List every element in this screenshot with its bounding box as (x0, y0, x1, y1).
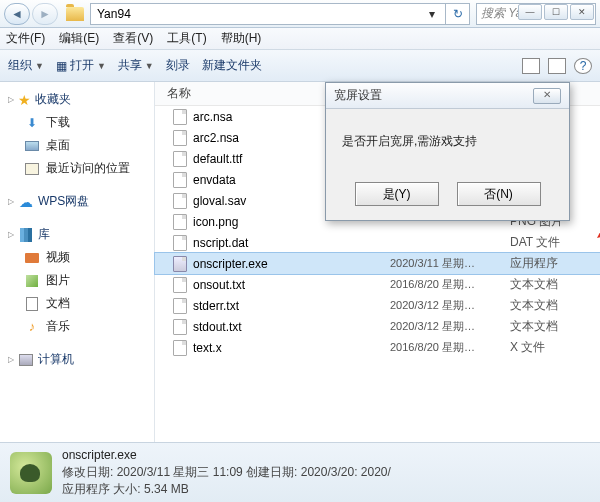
file-icon (173, 298, 187, 314)
view-mode-button[interactable] (522, 58, 540, 74)
newfolder-button[interactable]: 新建文件夹 (202, 57, 262, 74)
sidebar-computer[interactable]: ▷计算机 (0, 348, 154, 371)
file-icon (173, 193, 187, 209)
file-row[interactable]: onsout.txt2016/8/20 星期…文本文档 (155, 274, 600, 295)
menu-file[interactable]: 文件(F) (6, 30, 45, 47)
sidebar-libraries[interactable]: ▷库 (0, 223, 154, 246)
folder-icon (66, 7, 84, 21)
file-date: 2020/3/12 星期… (390, 319, 510, 334)
chevron-down-icon: ▼ (35, 61, 44, 71)
dialog-message: 是否开启宽屏,需游戏支持 (326, 109, 569, 174)
file-type: 文本文档 (510, 318, 600, 335)
file-row[interactable]: onscripter.exe2020/3/11 星期…应用程序 (155, 253, 600, 274)
close-button[interactable]: ✕ (570, 4, 594, 20)
menu-help[interactable]: 帮助(H) (221, 30, 262, 47)
sidebar-item-recent[interactable]: 最近访问的位置 (0, 157, 154, 180)
chevron-icon: ▷ (8, 355, 14, 364)
status-line1: 修改日期: 2020/3/11 星期三 11:09 创建日期: 2020/3/2… (62, 464, 391, 481)
file-icon (173, 319, 187, 335)
help-button[interactable]: ? (574, 58, 592, 74)
open-button[interactable]: ▦ 打开 ▼ (56, 57, 106, 74)
status-filename: onscripter.exe (62, 447, 391, 464)
nav-back-button[interactable]: ◄ (4, 3, 30, 25)
file-name: text.x (193, 341, 222, 355)
sidebar-wps[interactable]: ▷☁WPS网盘 (0, 190, 154, 213)
file-icon (173, 340, 187, 356)
file-row[interactable]: nscript.datDAT 文件 (155, 232, 600, 253)
file-icon (173, 214, 187, 230)
chevron-down-icon: ▼ (145, 61, 154, 71)
sidebar-item-videos[interactable]: 视频 (0, 246, 154, 269)
sidebar: ▷★收藏夹 ⬇下载 桌面 最近访问的位置 ▷☁WPS网盘 ▷库 视频 图片 文档… (0, 82, 155, 442)
file-type: DAT 文件 (510, 234, 600, 251)
file-name: arc.nsa (193, 110, 232, 124)
minimize-button[interactable]: — (518, 4, 542, 20)
dialog-close-button[interactable]: ✕ (533, 88, 561, 104)
sidebar-item-desktop[interactable]: 桌面 (0, 134, 154, 157)
file-type: 应用程序 (510, 255, 600, 272)
file-name: default.ttf (193, 152, 242, 166)
menu-tools[interactable]: 工具(T) (167, 30, 206, 47)
file-name: icon.png (193, 215, 238, 229)
cloud-icon: ☁ (18, 195, 34, 209)
file-icon (173, 109, 187, 125)
file-row[interactable]: stderr.txt2020/3/12 星期…文本文档 (155, 295, 600, 316)
sidebar-item-documents[interactable]: 文档 (0, 292, 154, 315)
file-name: arc2.nsa (193, 131, 239, 145)
video-icon (24, 251, 40, 265)
sidebar-item-pictures[interactable]: 图片 (0, 269, 154, 292)
chevron-icon: ▷ (8, 197, 14, 206)
document-icon (24, 297, 40, 311)
desktop-icon (24, 139, 40, 153)
file-date: 2020/3/11 星期… (390, 256, 510, 271)
sidebar-favorites[interactable]: ▷★收藏夹 (0, 88, 154, 111)
dialog-yes-button[interactable]: 是(Y) (355, 182, 439, 206)
path-text: Yan94 (97, 7, 131, 21)
address-bar[interactable]: Yan94 ▾ (90, 3, 446, 25)
music-icon: ♪ (24, 320, 40, 334)
library-icon (18, 228, 34, 242)
statusbar: onscripter.exe 修改日期: 2020/3/11 星期三 11:09… (0, 442, 600, 502)
file-icon (173, 277, 187, 293)
chevron-down-icon[interactable]: ▾ (425, 7, 439, 21)
file-name: onsout.txt (193, 278, 245, 292)
file-row[interactable]: text.x2016/8/20 星期…X 文件 (155, 337, 600, 358)
share-button[interactable]: 共享 ▼ (118, 57, 154, 74)
file-name: gloval.sav (193, 194, 246, 208)
file-icon (173, 235, 187, 251)
file-icon (173, 130, 187, 146)
recent-icon (24, 162, 40, 176)
file-type: 文本文档 (510, 276, 600, 293)
file-name: stdout.txt (193, 320, 242, 334)
dialog-no-button[interactable]: 否(N) (457, 182, 541, 206)
image-icon (24, 274, 40, 288)
file-name: nscript.dat (193, 236, 248, 250)
file-icon (173, 256, 187, 272)
download-icon: ⬇ (24, 116, 40, 130)
file-date: 2020/3/12 星期… (390, 298, 510, 313)
burn-button[interactable]: 刻录 (166, 57, 190, 74)
star-icon: ★ (18, 92, 31, 108)
menu-edit[interactable]: 编辑(E) (59, 30, 99, 47)
widescreen-dialog: 宽屏设置 ✕ 是否开启宽屏,需游戏支持 是(Y) 否(N) (325, 82, 570, 221)
file-icon (173, 151, 187, 167)
maximize-button[interactable]: ☐ (544, 4, 568, 20)
menu-view[interactable]: 查看(V) (113, 30, 153, 47)
menubar: 文件(F) 编辑(E) 查看(V) 工具(T) 帮助(H) (0, 28, 600, 50)
sidebar-item-downloads[interactable]: ⬇下载 (0, 111, 154, 134)
file-name: stderr.txt (193, 299, 239, 313)
file-icon (173, 172, 187, 188)
file-row[interactable]: stdout.txt2020/3/12 星期…文本文档 (155, 316, 600, 337)
sidebar-item-music[interactable]: ♪音乐 (0, 315, 154, 338)
chevron-down-icon: ▼ (97, 61, 106, 71)
chevron-icon: ▷ (8, 230, 14, 239)
refresh-button[interactable]: ↻ (446, 3, 470, 25)
chevron-icon: ▷ (8, 95, 14, 104)
organize-button[interactable]: 组织 ▼ (8, 57, 44, 74)
computer-icon (18, 353, 34, 367)
status-line2: 应用程序 大小: 5.34 MB (62, 481, 391, 498)
preview-pane-button[interactable] (548, 58, 566, 74)
nav-forward-button[interactable]: ► (32, 3, 58, 25)
file-type: X 文件 (510, 339, 600, 356)
dialog-titlebar: 宽屏设置 ✕ (326, 83, 569, 109)
